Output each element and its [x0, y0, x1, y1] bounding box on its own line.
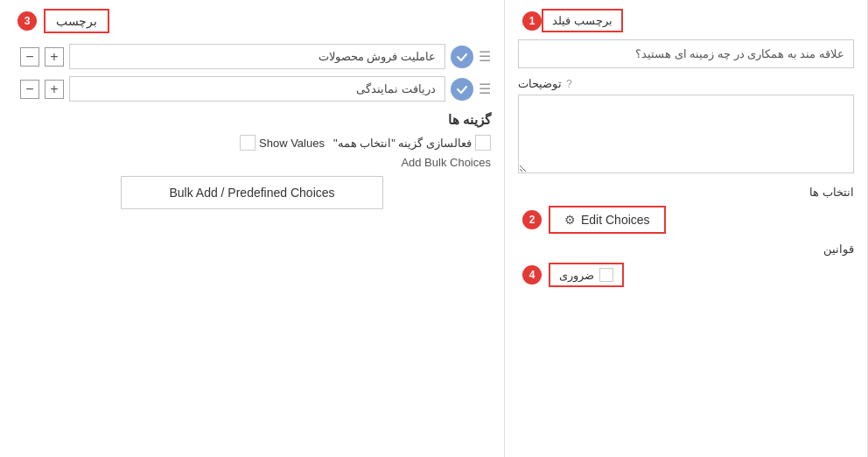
tag-row-2: − + ☰ — [13, 76, 491, 102]
choices-label: انتخاب ها — [518, 186, 854, 199]
equals-icon-1: ☰ — [479, 48, 491, 65]
equals-icon-2: ☰ — [479, 81, 491, 97]
desc-label-text: توضیحات — [518, 77, 562, 90]
required-row: ضروری 4 — [518, 263, 854, 287]
right-panel: برچسب 3 − + ☰ − + ☰ گزینه ها Sho — [0, 0, 504, 457]
badge-2: 2 — [522, 210, 542, 229]
show-values-label: Show Values — [259, 137, 325, 150]
edit-choices-button[interactable]: ⚙ Edit Choices — [549, 206, 666, 234]
tag-input-1[interactable] — [69, 44, 445, 69]
field-input[interactable] — [518, 39, 854, 68]
minus-btn-1[interactable]: − — [20, 47, 39, 67]
bulk-add-label: Bulk Add / Predefined Choices — [169, 186, 334, 200]
edit-choices-label: Edit Choices — [581, 213, 650, 227]
question-mark-icon: ? — [566, 78, 572, 90]
field-label-section: برچسب فیلد 1 — [518, 9, 854, 32]
plus-btn-2[interactable]: + — [45, 80, 64, 99]
required-checkbox[interactable] — [599, 268, 613, 282]
desc-textarea[interactable] — [518, 95, 854, 173]
choices-options-row: Show Values فعالسازی گزینه "انتخاب همه" — [13, 135, 491, 151]
tag-input-2[interactable] — [69, 76, 445, 102]
panel-divider — [504, 0, 505, 457]
badge-1: 1 — [522, 11, 542, 31]
choices-heading: گزینه ها — [13, 112, 491, 128]
tag-label-box: برچسب — [44, 9, 109, 33]
plus-btn-1[interactable]: + — [45, 47, 64, 67]
activate-all-area: فعالسازی گزینه "انتخاب همه" — [333, 135, 491, 151]
desc-label-row: ? توضیحات — [518, 77, 854, 90]
required-box: ضروری — [549, 263, 624, 287]
tag-row-1: − + ☰ — [13, 44, 491, 69]
field-label-text: برچسب فیلد — [552, 14, 612, 27]
tag-label-text: برچسب — [56, 14, 97, 28]
edit-choices-row: ⚙ Edit Choices 2 — [518, 206, 854, 234]
left-panel: برچسب فیلد 1 ? توضیحات انتخاب ها ⚙ Edit … — [505, 0, 868, 457]
check-circle-1 — [451, 46, 473, 68]
rules-label: قوانین — [518, 243, 854, 256]
required-label: ضروری — [559, 269, 594, 282]
right-top: برچسب 3 — [13, 9, 491, 33]
minus-btn-2[interactable]: − — [20, 80, 39, 99]
add-bulk-link[interactable]: Add Bulk Choices — [13, 156, 491, 169]
activate-all-label: فعالسازی گزینه "انتخاب همه" — [333, 137, 472, 150]
gear-icon: ⚙ — [564, 213, 576, 227]
badge-3: 3 — [18, 11, 37, 31]
badge-4: 4 — [522, 265, 542, 285]
bulk-add-button[interactable]: Bulk Add / Predefined Choices — [121, 176, 383, 209]
show-values-area: Show Values — [240, 135, 325, 151]
show-values-checkbox[interactable] — [240, 135, 256, 151]
activate-all-checkbox[interactable] — [475, 135, 491, 151]
field-label-box: برچسب فیلد — [542, 9, 623, 32]
check-circle-2 — [451, 78, 473, 101]
